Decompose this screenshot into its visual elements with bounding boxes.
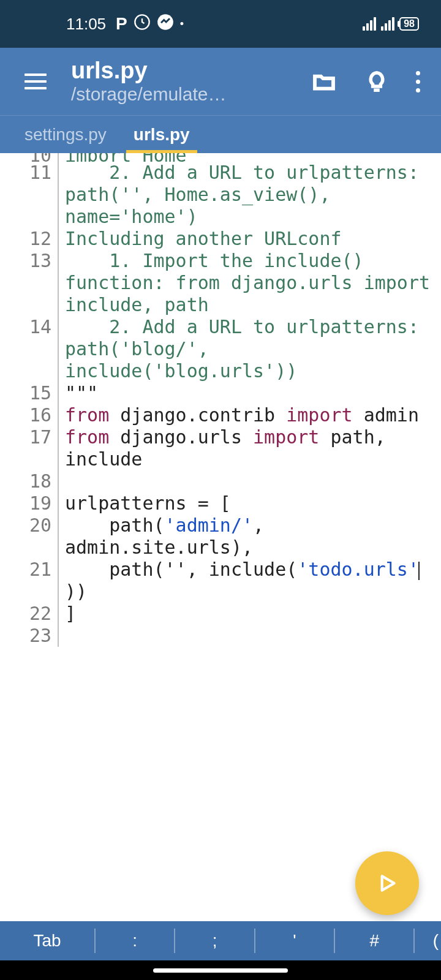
signal-icon-1 <box>363 17 376 31</box>
line-number: 10 <box>0 153 59 162</box>
key-colon[interactable]: : <box>96 931 174 951</box>
home-pill[interactable] <box>153 968 288 973</box>
code-line[interactable] <box>59 625 441 647</box>
pandora-icon: P <box>116 14 127 34</box>
signal-icon-2 <box>381 17 394 31</box>
file-path: /storage/emulate… <box>71 84 311 105</box>
line-number: 19 <box>0 492 59 514</box>
file-title: urls.py <box>71 58 311 84</box>
code-line[interactable]: from django.contrib import admin <box>59 404 441 426</box>
tab-urls[interactable]: urls.py <box>120 116 203 153</box>
line-number: 21 <box>0 559 59 603</box>
text-cursor <box>418 562 420 580</box>
code-line[interactable]: 2. Add a URL to urlpatterns: path('', Ho… <box>59 162 441 228</box>
tab-settings[interactable]: settings.py <box>11 116 120 153</box>
line-number: 20 <box>0 514 59 559</box>
code-editor[interactable]: 10 import Home 11 2. Add a URL to urlpat… <box>0 153 441 907</box>
lightbulb-button[interactable] <box>363 68 390 95</box>
android-nav-bar <box>0 960 441 980</box>
key-quote[interactable]: ' <box>255 931 334 951</box>
code-line[interactable]: import Home <box>59 153 441 162</box>
run-button[interactable] <box>355 851 419 915</box>
line-number: 11 <box>0 162 59 228</box>
code-line[interactable] <box>59 470 441 492</box>
folder-button[interactable] <box>311 68 337 95</box>
dot-icon: • <box>180 18 184 31</box>
key-paren[interactable]: ( <box>415 931 441 951</box>
status-bar: 11:05 P • 98 <box>0 0 441 48</box>
code-line[interactable]: urlpatterns = [ <box>59 492 441 514</box>
app-bar: urls.py /storage/emulate… <box>0 48 441 115</box>
code-line[interactable]: path('admin/', admin.site.urls), <box>59 514 441 559</box>
tab-bar: settings.py urls.py <box>0 115 441 153</box>
key-hash[interactable]: # <box>335 931 413 951</box>
line-number: 14 <box>0 316 59 382</box>
code-line[interactable]: Including another URLconf <box>59 228 441 250</box>
code-line[interactable]: path('', include('todo.urls')) <box>59 559 441 603</box>
more-button[interactable] <box>416 71 420 92</box>
messenger-icon <box>157 13 174 35</box>
symbol-toolbar: Tab : ; ' # ( <box>0 921 441 960</box>
status-time: 11:05 <box>66 15 106 34</box>
whatsapp-icon <box>134 13 151 35</box>
code-line[interactable]: from django.urls import path, include <box>59 426 441 470</box>
key-tab[interactable]: Tab <box>0 931 94 951</box>
line-number: 16 <box>0 404 59 426</box>
code-line[interactable]: 1. Import the include() function: from d… <box>59 250 441 316</box>
line-number: 12 <box>0 228 59 250</box>
line-number: 17 <box>0 426 59 470</box>
line-number: 23 <box>0 625 59 647</box>
line-number: 15 <box>0 382 59 404</box>
code-line[interactable]: """ <box>59 382 441 404</box>
line-number: 18 <box>0 470 59 492</box>
code-line[interactable]: 2. Add a URL to urlpatterns: path('blog/… <box>59 316 441 382</box>
code-line[interactable]: ] <box>59 603 441 625</box>
line-number: 13 <box>0 250 59 316</box>
battery-icon: 98 <box>399 17 419 31</box>
line-number: 22 <box>0 603 59 625</box>
key-semicolon[interactable]: ; <box>175 931 254 951</box>
menu-button[interactable] <box>17 66 54 97</box>
